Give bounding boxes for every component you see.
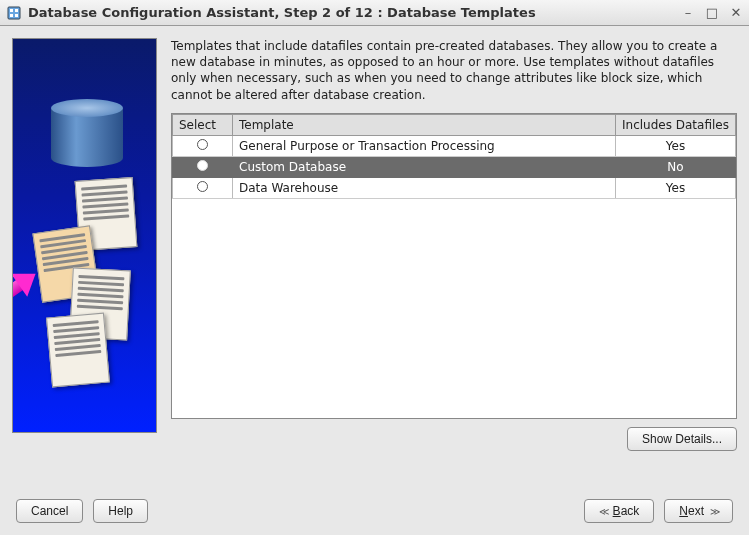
table-row[interactable]: General Purpose or Transaction Processin… xyxy=(173,135,736,156)
radio-icon[interactable] xyxy=(197,160,208,171)
cancel-button[interactable]: Cancel xyxy=(16,499,83,523)
close-button[interactable]: ✕ xyxy=(729,5,743,20)
select-cell[interactable] xyxy=(173,135,233,156)
window-title: Database Configuration Assistant, Step 2… xyxy=(28,5,675,20)
next-button[interactable]: Next ≫ xyxy=(664,499,733,523)
help-button[interactable]: Help xyxy=(93,499,148,523)
back-label: Back xyxy=(613,504,640,518)
column-header-select: Select xyxy=(173,114,233,135)
templates-table: Select Template Includes Datafiles Gener… xyxy=(171,113,737,419)
next-label: Next xyxy=(679,504,704,518)
app-icon xyxy=(6,5,22,21)
select-cell[interactable] xyxy=(173,156,233,177)
table-row[interactable]: Data WarehouseYes xyxy=(173,177,736,198)
template-name-cell: Custom Database xyxy=(233,156,616,177)
show-details-button[interactable]: Show Details... xyxy=(627,427,737,451)
titlebar: Database Configuration Assistant, Step 2… xyxy=(0,0,749,26)
wizard-nav-bar: Cancel Help ≪ Back Next ≫ xyxy=(12,499,737,523)
chevron-right-icon: ≫ xyxy=(710,506,718,517)
includes-datafiles-cell: Yes xyxy=(616,177,736,198)
svg-rect-2 xyxy=(15,9,18,12)
radio-icon[interactable] xyxy=(197,181,208,192)
svg-rect-4 xyxy=(15,14,18,17)
template-name-cell: Data Warehouse xyxy=(233,177,616,198)
client-area: Templates that include datafiles contain… xyxy=(0,26,749,535)
maximize-button[interactable]: □ xyxy=(705,5,719,20)
back-button[interactable]: ≪ Back xyxy=(584,499,655,523)
svg-rect-1 xyxy=(10,9,13,12)
template-name-cell: General Purpose or Transaction Processin… xyxy=(233,135,616,156)
document-icon xyxy=(46,313,110,388)
wizard-illustration xyxy=(12,38,157,433)
includes-datafiles-cell: Yes xyxy=(616,135,736,156)
database-cylinder-icon xyxy=(51,99,123,167)
svg-rect-3 xyxy=(10,14,13,17)
chevron-left-icon: ≪ xyxy=(599,506,607,517)
svg-rect-0 xyxy=(8,7,20,19)
radio-icon[interactable] xyxy=(197,139,208,150)
select-cell[interactable] xyxy=(173,177,233,198)
minimize-button[interactable]: – xyxy=(681,5,695,20)
table-row[interactable]: Custom DatabaseNo xyxy=(173,156,736,177)
column-header-includes: Includes Datafiles xyxy=(616,114,736,135)
description-text: Templates that include datafiles contain… xyxy=(171,38,737,103)
includes-datafiles-cell: No xyxy=(616,156,736,177)
column-header-template: Template xyxy=(233,114,616,135)
